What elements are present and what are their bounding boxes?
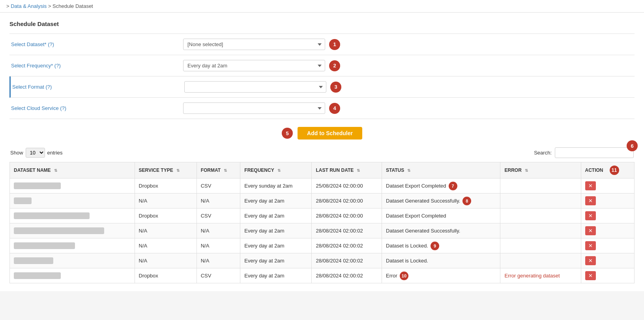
cell-dataset-name: ████████████████████████ [10,223,135,238]
delete-button[interactable]: ✕ [585,256,596,265]
cell-service-type: Dropbox [135,179,197,193]
cell-error [500,179,581,193]
breadcrumb-link2: Schedule Dataset [52,3,93,9]
th-action: ACTION 11 [581,162,634,179]
cell-dataset-name: ████ [10,193,135,208]
select-frequency-dropdown[interactable]: Every day at 2am [183,60,325,71]
search-input[interactable] [555,147,634,158]
cell-frequency: Every day at 2am [240,223,312,238]
select-dataset-dropdown[interactable]: [None selected] [183,39,325,50]
table-header: DATASET NAME ⇅ SERVICE TYPE ⇅ FORMAT ⇅ [10,162,635,179]
cell-status: Dataset Generated Successfully. [382,223,500,238]
add-scheduler-row: 5 Add to Scheduler [9,119,635,147]
delete-button[interactable]: ✕ [585,226,596,235]
th-service-type: SERVICE TYPE ⇅ [135,162,197,179]
cell-frequency: Every day at 2am [240,193,312,208]
cell-status: Dataset Export Completed [382,208,500,223]
cell-action: ✕ [581,268,634,283]
step-badge-3: 3 [330,82,341,93]
table-row: ████████████████████████N/AN/AEvery day … [10,223,635,238]
select-format-label: Select Format (?) [11,84,184,90]
cell-dataset-name: ██████████ [10,253,135,268]
select-frequency-row: Select Frequency* (?) Every day at 2am 2 [9,55,635,76]
sort-icon-error[interactable]: ⇅ [525,168,528,173]
cell-error: Error generating dataset [500,268,581,283]
select-format-dropdown[interactable] [184,81,326,93]
cell-service-type: Dropbox [135,208,197,223]
delete-button[interactable]: ✕ [585,211,596,220]
cell-action: ✕ [581,179,634,193]
select-cloud-dropdown[interactable] [183,102,325,114]
cell-action: ✕ [581,193,634,208]
cell-dataset-name: ████████████████ [10,238,135,253]
entries-select[interactable]: 10 [26,148,45,158]
cell-format: CSV [197,268,240,283]
step-badge-6: 6 [627,140,638,151]
table-row: ████████████████████DropboxCSVEvery day … [10,208,635,223]
cell-last-run-date: 28/08/2024 02:00:02 [312,238,382,253]
cell-last-run-date: 28/08/2024 02:00:02 [312,268,382,283]
cell-status: Dataset Generated Successfully.8 [382,193,500,208]
cell-error [500,238,581,253]
sort-icon-frequency[interactable]: ⇅ [277,168,281,173]
select-cloud-label: Select Cloud Service (?) [9,105,183,111]
table-row: ████████████████N/AN/AEvery day at 2am28… [10,238,635,253]
breadcrumb-separator2: > [48,3,52,9]
cell-status: Dataset Export Completed7 [382,179,500,193]
table-row: ████████████DropboxCSVEvery sunday at 2a… [10,179,635,193]
table-header-row: DATASET NAME ⇅ SERVICE TYPE ⇅ FORMAT ⇅ [10,162,635,179]
cell-action: ✕ [581,238,634,253]
step-badge-11: 11 [610,166,619,175]
select-cloud-wrapper: 4 [183,102,349,114]
step-badge-5: 5 [282,128,293,139]
schedule-form: Select Dataset* (?) [None selected] 1 Se… [9,33,635,119]
cell-format: N/A [197,253,240,268]
step-badge-9: 9 [431,242,439,250]
breadcrumb-link1[interactable]: Data & Analysis [11,3,47,9]
cell-dataset-name: ████████████ [10,179,135,193]
cell-action: ✕ [581,253,634,268]
sort-icon-status[interactable]: ⇅ [407,168,410,173]
cell-dataset-name: ████████████████████ [10,208,135,223]
schedule-table: DATASET NAME ⇅ SERVICE TYPE ⇅ FORMAT ⇅ [9,162,635,283]
table-controls: Show 10 entries 6 Search: [9,147,635,158]
cell-error [500,253,581,268]
sort-icon-last-run-date[interactable]: ⇅ [357,168,360,173]
cell-status: Error10 [382,268,500,283]
delete-button[interactable]: ✕ [585,181,596,190]
sort-icon-dataset-name[interactable]: ⇅ [54,168,57,173]
cell-format: N/A [197,223,240,238]
cell-error [500,208,581,223]
cell-service-type: N/A [135,238,197,253]
select-format-wrapper: 3 [184,81,350,93]
cell-service-type: N/A [135,223,197,238]
cell-frequency: Every day at 2am [240,268,312,283]
sort-icon-service-type[interactable]: ⇅ [176,168,180,173]
cell-error [500,223,581,238]
step-badge-4: 4 [329,103,340,114]
step-badge-10: 10 [400,272,408,280]
breadcrumb: > Data & Analysis > Schedule Dataset [0,0,644,13]
cell-action: ✕ [581,208,634,223]
page-title: Schedule Dataset [9,20,635,27]
cell-last-run-date: 28/08/2024 02:00:02 [312,223,382,238]
th-dataset-name: DATASET NAME ⇅ [10,162,135,179]
cell-dataset-name: ████████████ [10,268,135,283]
select-dataset-label: Select Dataset* (?) [9,41,183,47]
cell-service-type: Dropbox [135,268,197,283]
table-row: ██████████N/AN/AEvery day at 2am28/08/20… [10,253,635,268]
step-badge-8: 8 [462,197,471,205]
delete-button[interactable]: ✕ [585,241,596,250]
th-last-run-date: LAST RUN DATE ⇅ [312,162,382,179]
sort-icon-format[interactable]: ⇅ [224,168,227,173]
cell-frequency: Every sunday at 2am [240,179,312,193]
cell-service-type: N/A [135,193,197,208]
add-scheduler-button[interactable]: Add to Scheduler [298,127,362,140]
cell-format: CSV [197,179,240,193]
cell-status: Dataset is Locked. [382,253,500,268]
delete-button[interactable]: ✕ [585,196,596,205]
step-badge-1: 1 [329,39,340,50]
th-frequency: FREQUENCY ⇅ [240,162,312,179]
delete-button[interactable]: ✕ [585,271,596,280]
select-frequency-label: Select Frequency* (?) [9,63,183,69]
